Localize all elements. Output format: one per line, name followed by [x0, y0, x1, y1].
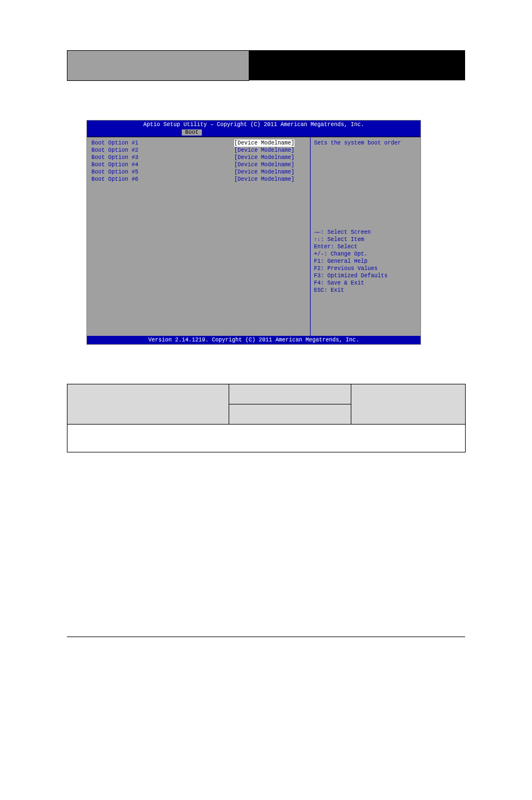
table-cell — [229, 404, 351, 425]
bios-footer: Version 2.14.1219. Copyright (C) 2011 Am… — [87, 336, 420, 344]
bios-left-pane: Boot Option #1 [Device Modelname] Boot O… — [87, 137, 310, 336]
boot-option-label: Boot Option #6 — [91, 176, 138, 183]
bios-nav-item: ESC: Exit — [314, 287, 417, 294]
boot-option-label: Boot Option #2 — [91, 147, 138, 154]
footer-rule — [67, 637, 465, 637]
bios-nav-item: F3: Optimized Defaults — [314, 272, 417, 279]
header-banner — [67, 50, 465, 81]
boot-option-label: Boot Option #3 — [91, 154, 138, 161]
boot-option-row: Boot Option #6 [Device Modelname] — [91, 176, 306, 183]
bios-title: Aptio Setup Utility – Copyright (C) 2011… — [87, 121, 420, 129]
bios-active-tab: Boot — [182, 129, 202, 136]
boot-option-row: Boot Option #1 [Device Modelname] — [91, 139, 306, 147]
banner-right — [249, 50, 465, 81]
bios-nav-item: Enter: Select — [314, 243, 417, 250]
boot-option-value: [Device Modelname] — [234, 147, 294, 154]
table-cell — [67, 384, 229, 425]
bios-nav-item: +/-: Change Opt. — [314, 250, 417, 258]
options-summary-table — [67, 384, 466, 452]
bios-nav-item: F2: Previous Values — [314, 265, 417, 272]
boot-option-value: [Device Modelname] — [234, 139, 294, 147]
boot-option-value: [Device Modelname] — [234, 168, 294, 176]
boot-option-row: Boot Option #5 [Device Modelname] — [91, 168, 306, 176]
boot-option-value: [Device Modelname] — [234, 154, 294, 161]
boot-option-label: Boot Option #4 — [91, 161, 138, 168]
bios-nav-item: ↑↓: Select Item — [314, 236, 417, 243]
bios-help-text: Sets the system boot order — [314, 139, 417, 229]
boot-option-label: Boot Option #1 — [91, 139, 138, 147]
boot-option-label: Boot Option #5 — [91, 168, 138, 176]
bios-tab-bar: Boot — [87, 129, 420, 137]
boot-option-row: Boot Option #3 [Device Modelname] — [91, 154, 306, 161]
bios-right-pane: Sets the system boot order →←: Select Sc… — [310, 137, 420, 336]
banner-left — [67, 50, 249, 81]
bios-nav-item: F1: General Help — [314, 258, 417, 265]
bios-nav-item: F4: Save & Exit — [314, 279, 417, 287]
bios-nav-item: →←: Select Screen — [314, 229, 417, 236]
boot-option-value: [Device Modelname] — [234, 161, 294, 168]
table-cell — [67, 425, 466, 452]
table-cell — [351, 384, 466, 425]
bios-screenshot: Aptio Setup Utility – Copyright (C) 2011… — [86, 120, 465, 345]
boot-option-row: Boot Option #2 [Device Modelname] — [91, 147, 306, 154]
boot-option-value: [Device Modelname] — [234, 176, 294, 183]
table-cell — [229, 384, 351, 404]
boot-option-row: Boot Option #4 [Device Modelname] — [91, 161, 306, 168]
